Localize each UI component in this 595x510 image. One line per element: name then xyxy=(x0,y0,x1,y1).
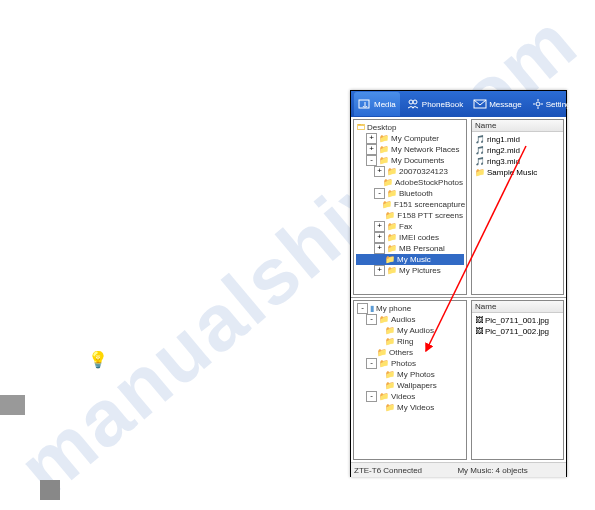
folder-icon: 📁 xyxy=(387,188,397,199)
tree-root-phone[interactable]: -▮My phone xyxy=(356,303,464,314)
file-item[interactable]: 🎵ring1.mid xyxy=(474,134,561,145)
tree-item[interactable]: +📁IMEI codes xyxy=(356,232,464,243)
expand-icon[interactable]: - xyxy=(366,391,377,402)
tree-item[interactable]: -📁Audios xyxy=(356,314,464,325)
file-icon: 🎵 xyxy=(475,134,485,145)
phone-icon: ▮ xyxy=(370,303,374,314)
decoration-block xyxy=(0,395,25,415)
phone-file-list[interactable]: Name 🖼Pic_0711_001.jpg🖼Pic_0711_002.jpg xyxy=(471,300,564,460)
svg-point-1 xyxy=(409,100,413,104)
expand-icon[interactable]: + xyxy=(374,243,385,254)
file-item[interactable]: 🖼Pic_0711_001.jpg xyxy=(474,315,561,326)
file-item[interactable]: 🎵ring2.mid xyxy=(474,145,561,156)
tree-item[interactable]: 📁F151 screencapture xyxy=(356,199,464,210)
tree-item[interactable]: +📁MB Personal xyxy=(356,243,464,254)
file-item[interactable]: 🎵ring3.mid xyxy=(474,156,561,167)
tree-item[interactable]: -📁Bluetooth xyxy=(356,188,464,199)
tab-label: PhoneBook xyxy=(422,100,463,109)
file-icon: 🎵 xyxy=(475,145,485,156)
status-connection: ZTE-T6 Connected xyxy=(354,466,422,475)
tree-item[interactable]: +📁My Pictures xyxy=(356,265,464,276)
tree-item[interactable]: -📁Videos xyxy=(356,391,464,402)
folder-icon: 📁 xyxy=(387,221,397,232)
expand-icon[interactable]: + xyxy=(374,232,385,243)
folder-icon: 📁 xyxy=(382,199,392,210)
file-icon: 🖼 xyxy=(475,326,483,337)
expand-icon[interactable]: + xyxy=(374,265,385,276)
tree-item[interactable]: 📁Wallpapers xyxy=(356,380,464,391)
folder-icon: 📁 xyxy=(387,265,397,276)
folder-icon: 📁 xyxy=(385,325,395,336)
file-icon: 🎵 xyxy=(475,156,485,167)
folder-icon: 📁 xyxy=(387,243,397,254)
svg-point-4 xyxy=(536,102,540,106)
tab-message[interactable]: Message xyxy=(469,92,525,116)
folder-icon: 📁 xyxy=(379,155,389,166)
decoration-block-2 xyxy=(40,480,60,500)
expand-icon[interactable]: - xyxy=(374,188,385,199)
folder-icon: 📁 xyxy=(385,336,395,347)
folder-icon: 📁 xyxy=(385,402,395,413)
folder-icon: 📁 xyxy=(379,314,389,325)
tab-settings[interactable]: Settings xyxy=(528,92,579,116)
tab-phonebook[interactable]: PhoneBook xyxy=(402,92,467,116)
expand-icon[interactable]: + xyxy=(366,133,377,144)
tree-item[interactable]: +📁20070324123 xyxy=(356,166,464,177)
lightbulb-icon: 💡 xyxy=(88,350,108,369)
tab-media[interactable]: Media xyxy=(354,92,400,116)
folder-icon: 📁 xyxy=(387,232,397,243)
tab-calendar[interactable]: Calendar xyxy=(581,92,595,116)
folder-icon: 📁 xyxy=(379,144,389,155)
tree-item[interactable]: +📁My Computer xyxy=(356,133,464,144)
folder-icon: 📁 xyxy=(377,347,387,358)
expand-icon[interactable]: + xyxy=(374,221,385,232)
folder-icon: 📁 xyxy=(383,177,393,188)
list-header-name[interactable]: Name xyxy=(472,301,563,313)
file-item[interactable]: 🖼Pic_0711_002.jpg xyxy=(474,326,561,337)
file-icon: 📁 xyxy=(475,167,485,178)
tab-label: Message xyxy=(489,100,521,109)
svg-point-2 xyxy=(413,100,417,104)
expand-icon[interactable]: + xyxy=(366,144,377,155)
tree-root[interactable]: 🗔Desktop xyxy=(356,122,464,133)
tree-item[interactable]: 📁F158 PTT screens xyxy=(356,210,464,221)
svg-rect-5 xyxy=(586,100,595,109)
tree-item[interactable]: -📁Photos xyxy=(356,358,464,369)
list-header-name[interactable]: Name xyxy=(472,120,563,132)
folder-icon: 📁 xyxy=(379,133,389,144)
folder-icon: 📁 xyxy=(385,380,395,391)
tab-label: Settings xyxy=(546,100,575,109)
desktop-icon: 🗔 xyxy=(357,122,365,133)
folder-icon: 📁 xyxy=(387,166,397,177)
file-item[interactable]: 📁Sample Music xyxy=(474,167,561,178)
expand-icon[interactable]: - xyxy=(366,314,377,325)
tab-label: Media xyxy=(374,100,396,109)
folder-icon: 📁 xyxy=(385,254,395,265)
folder-icon: 📁 xyxy=(385,210,395,221)
tree-item[interactable]: 📁My Videos xyxy=(356,402,464,413)
file-icon: 🖼 xyxy=(475,315,483,326)
phone-tree-pane[interactable]: -▮My phone -📁Audios📁My Audios📁Ring📁Other… xyxy=(353,300,467,460)
pc-tree-pane[interactable]: 🗔Desktop +📁My Computer+📁My Network Place… xyxy=(353,119,467,295)
expand-icon[interactable]: - xyxy=(366,358,377,369)
folder-icon: 📁 xyxy=(379,358,389,369)
status-bar: ZTE-T6 Connected My Music: 4 objects xyxy=(351,462,566,477)
expand-icon[interactable]: + xyxy=(374,166,385,177)
pc-file-list[interactable]: Name 🎵ring1.mid🎵ring2.mid🎵ring3.mid📁Samp… xyxy=(471,119,564,295)
tree-item[interactable]: +📁Fax xyxy=(356,221,464,232)
tree-item[interactable]: 📁My Music xyxy=(356,254,464,265)
status-count: My Music: 4 objects xyxy=(457,466,527,475)
tree-item[interactable]: 📁My Photos xyxy=(356,369,464,380)
tree-item[interactable]: 📁My Audios xyxy=(356,325,464,336)
tree-item[interactable]: 📁AdobeStockPhotos xyxy=(356,177,464,188)
tree-item[interactable]: 📁Ring xyxy=(356,336,464,347)
tree-item[interactable]: +📁My Network Places xyxy=(356,144,464,155)
folder-icon: 📁 xyxy=(385,369,395,380)
expand-icon[interactable]: - xyxy=(357,303,368,314)
folder-icon: 📁 xyxy=(379,391,389,402)
expand-icon[interactable]: - xyxy=(366,155,377,166)
main-toolbar: Media PhoneBook Message Settings Calenda… xyxy=(351,91,566,117)
tree-item[interactable]: -📁My Documents xyxy=(356,155,464,166)
app-window: Media PhoneBook Message Settings Calenda… xyxy=(350,90,567,477)
tree-item[interactable]: 📁Others xyxy=(356,347,464,358)
